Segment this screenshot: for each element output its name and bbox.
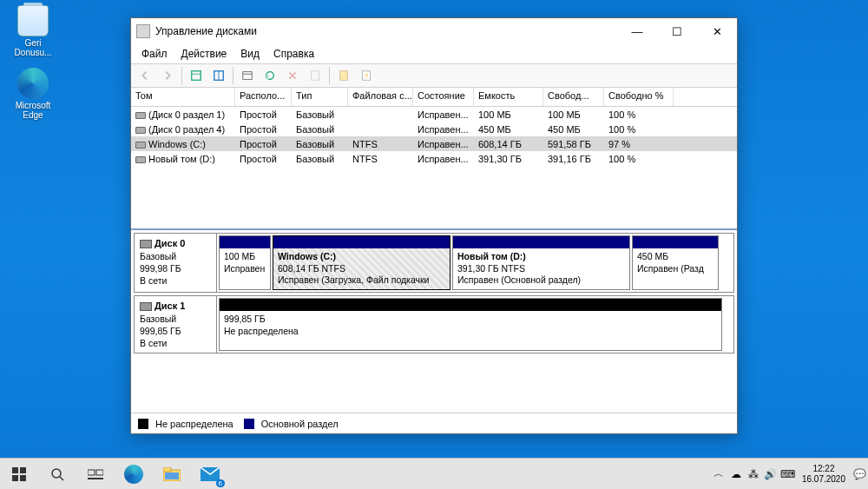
minimize-button[interactable]: — [617,18,657,44]
volume-list-header: Том Располо... Тип Файловая с... Состоян… [131,88,737,107]
tray-date: 16.07.2020 [802,474,845,485]
back-button [135,66,155,85]
svg-rect-16 [88,470,95,475]
forward-button [157,66,178,85]
svg-rect-21 [165,472,179,479]
svg-rect-13 [20,475,26,481]
svg-rect-6 [312,71,319,81]
legend-unallocated: Не распределена [155,419,233,429]
svg-rect-11 [20,467,26,473]
partition[interactable]: 450 МБИсправен (Разд [632,235,719,290]
tray-sound-icon[interactable]: 🔊 [762,468,779,480]
maximize-button[interactable]: ☐ [657,18,697,44]
taskbar: 6 ︿ ☁ ⁂ 🔊 ⌨ 12:22 16.07.2020 💬 [0,458,868,489]
svg-rect-12 [12,475,18,481]
volume-list: Том Располо... Тип Файловая с... Состоян… [131,88,737,230]
edge-label: Microsoft Edge [5,101,61,120]
swatch-unallocated [138,419,148,429]
start-button[interactable] [0,459,38,490]
view-button-1[interactable] [186,66,207,85]
window-title: Управление дисками [155,25,617,37]
menubar: Файл Действие Вид Справка [131,44,737,63]
volume-row[interactable]: (Диск 0 раздел 4)ПростойБазовыйИсправен.… [131,122,737,136]
close-button[interactable]: ✕ [697,18,737,44]
tray-notifications-icon[interactable]: 💬 [851,468,868,480]
recycle-bin-icon [17,5,49,36]
recycle-bin-label: Geri Donusu... [5,38,61,57]
delete-button [282,66,303,85]
disk-section: Диск 0Базовый999,98 ГБВ сети100 МБИсправ… [134,233,734,293]
rescan-button[interactable] [260,66,280,85]
disk-section: Диск 1Базовый999,85 ГБВ сети999,85 ГБНе … [134,295,734,354]
titlebar[interactable]: Управление дисками — ☐ ✕ [131,18,737,44]
volume-row[interactable]: Windows (C:)ПростойБазовыйNTFSИсправен..… [131,136,737,151]
volume-row[interactable]: (Диск 0 раздел 1)ПростойБазовыйИсправен.… [131,107,737,122]
svg-rect-0 [192,71,201,81]
col-status[interactable]: Состояние [413,88,474,106]
menu-view[interactable]: Вид [233,46,266,62]
col-pct[interactable]: Свободно % [604,88,674,106]
menu-help[interactable]: Справка [266,46,321,62]
explorer-taskbar-icon[interactable] [153,459,191,490]
help-button[interactable]: ? [356,66,377,85]
partition[interactable]: 999,85 ГБНе распределена [219,298,722,351]
search-button[interactable] [38,459,76,490]
tray-clock[interactable]: 12:22 16.07.2020 [797,464,851,484]
svg-rect-17 [96,470,103,475]
tray-time: 12:22 [802,464,845,474]
legend-primary: Основной раздел [261,419,339,429]
col-type[interactable]: Тип [292,88,348,106]
svg-rect-7 [340,71,348,81]
svg-rect-10 [12,467,18,473]
svg-line-15 [60,477,63,480]
mail-badge: 6 [216,479,225,487]
volume-row[interactable]: Новый том (D:)ПростойБазовыйNTFSИсправен… [131,151,737,166]
col-capacity[interactable]: Емкость [474,88,543,106]
graphical-view: Диск 0Базовый999,98 ГБВ сети100 МБИсправ… [131,230,737,413]
toolbar: ? [131,63,737,88]
swatch-primary [244,419,254,429]
disk-info[interactable]: Диск 1Базовый999,85 ГБВ сети [135,296,217,353]
edge-shortcut[interactable]: Microsoft Edge [5,68,61,120]
edge-icon [17,68,49,99]
col-fs[interactable]: Файловая с... [348,88,413,106]
app-icon [136,24,150,38]
menu-file[interactable]: Файл [135,46,174,62]
svg-text:?: ? [365,73,368,79]
col-volume[interactable]: Том [131,88,235,106]
edge-taskbar-icon[interactable] [115,459,153,490]
mail-taskbar-icon[interactable]: 6 [191,459,229,490]
col-layout[interactable]: Располо... [235,88,292,106]
recycle-bin[interactable]: Geri Donusu... [5,5,61,57]
disk-info[interactable]: Диск 0Базовый999,98 ГБВ сети [135,234,217,292]
task-view-button[interactable] [76,459,115,490]
svg-rect-20 [163,467,171,472]
partition[interactable]: Новый том (D:)391,30 ГБ NTFSИсправен (Ос… [452,235,630,290]
refresh-button[interactable] [237,66,258,85]
partition[interactable]: Windows (C:)608,14 ГБ NTFSИсправен (Загр… [273,235,450,290]
tray-wifi-icon[interactable]: ⁂ [745,468,762,480]
system-tray: ︿ ☁ ⁂ 🔊 ⌨ 12:22 16.07.2020 💬 [710,459,868,490]
disk-management-window: Управление дисками — ☐ ✕ Файл Действие В… [130,17,738,434]
properties-button-1 [305,66,326,85]
properties-button-2[interactable] [333,66,354,85]
tray-chevron-icon[interactable]: ︿ [710,466,727,481]
legend: Не распределена Основной раздел [131,413,737,433]
partition[interactable]: 100 МБИсправен [219,235,271,290]
menu-action[interactable]: Действие [174,46,234,62]
svg-point-14 [52,469,61,478]
tray-lang-icon[interactable]: ⌨ [779,468,797,480]
svg-rect-4 [243,72,253,80]
view-button-2[interactable] [208,66,229,85]
col-free[interactable]: Свобод... [543,88,604,106]
tray-onedrive-icon[interactable]: ☁ [727,468,745,480]
